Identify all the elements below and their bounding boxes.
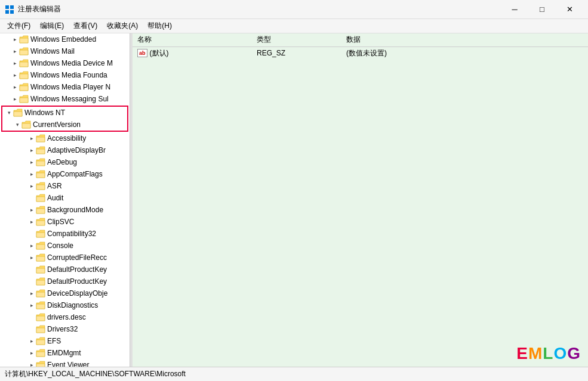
expand-arrow [11,71,19,79]
expand-arrow [27,182,36,190]
ab-icon: ab [137,49,147,57]
tree-label: CurrentVersion [33,120,81,129]
menu-file[interactable]: 文件(F) [2,20,35,32]
menu-edit[interactable]: 编辑(E) [35,20,69,32]
expand-arrow [11,47,19,55]
expand-arrow [27,349,36,357]
folder-icon [19,95,29,103]
expand-arrow [27,134,36,143]
expand-arrow [27,146,36,154]
folder-icon [19,35,29,44]
tree-label: Windows Mail [30,47,75,55]
window-controls: ─ □ ✕ [501,0,583,19]
tree-item-audit[interactable]: Audit [0,192,130,204]
tree-label: Windows Media Player N [30,83,110,91]
tree-item-event-viewer[interactable]: Event Viewer [0,359,130,367]
tree-label: DiskDiagnostics [47,301,98,309]
window-title: 注册表编辑器 [18,4,501,14]
expand-arrow [27,206,36,214]
registry-tree[interactable]: Windows Embedded Windows Mail Wind [0,33,130,367]
tree-item-efs[interactable]: EFS [0,335,130,347]
tree-label: drivers.desc [47,313,86,321]
tree-label: BackgroundMode [47,206,103,214]
value-type-cell: REG_SZ [252,47,341,60]
tree-label: ASR [47,182,62,190]
folder-icon [19,47,29,55]
tree-label: DeviceDisplayObje [47,289,107,298]
expand-arrow [11,35,19,44]
menu-view[interactable]: 查看(V) [69,20,102,32]
folder-icon [36,206,45,214]
tree-item-aedebug[interactable]: AeDebug [0,156,130,168]
tree-item-windows-mail[interactable]: Windows Mail [0,45,130,57]
col-header-name: 名称 [133,33,252,47]
tree-item-compatibility32[interactable]: Compatibility32 [0,228,130,240]
tree-label: Event Viewer [47,361,89,367]
tree-item-background-mode[interactable]: BackgroundMode [0,204,130,216]
folder-icon [36,230,45,238]
tree-item-device-display[interactable]: DeviceDisplayObje [0,287,130,299]
menu-help[interactable]: 帮助(H) [143,20,177,32]
tree-item-windows-media-device[interactable]: Windows Media Device M [0,57,130,69]
expand-arrow [27,170,36,178]
tree-label: Windows Media Founda [30,71,107,79]
tree-label: Compatibility32 [47,230,96,238]
folder-icon [36,265,45,274]
registry-values-panel: 名称 类型 数据 ab (默认) REG_SZ (数值未设置) [133,33,588,367]
expand-arrow-cv [13,120,21,129]
tree-item-windows-messaging[interactable]: Windows Messaging Sul [0,93,130,105]
tree-item-default-product-key2[interactable]: DefaultProductKey [0,275,130,287]
expand-arrow [27,241,36,250]
tree-item-accessibility[interactable]: Accessibility [0,132,130,144]
folder-icon [36,158,45,166]
svg-rect-2 [5,10,9,14]
tree-item-windows-nt[interactable]: Windows NT [2,107,127,119]
tree-item-adaptive-display[interactable]: AdaptiveDisplayBr [0,144,130,156]
tree-item-emdmgmt[interactable]: EMDMgmt [0,347,130,359]
tree-item-asr[interactable]: ASR [0,180,130,192]
expand-arrow-nt [5,109,13,117]
table-row[interactable]: ab (默认) REG_SZ (数值未设置) [133,47,588,60]
expand-arrow [11,95,19,103]
expand-arrow [27,289,36,298]
close-button[interactable]: ✕ [556,0,583,19]
tree-label: Windows Media Device M [30,59,113,67]
tree-label: EMDMgmt [47,349,81,357]
tree-item-console[interactable]: Console [0,240,130,252]
minimize-button[interactable]: ─ [501,0,528,19]
folder-icon [36,241,45,250]
tree-item-windows-media-founda[interactable]: Windows Media Founda [0,69,130,81]
tree-item-disk-diagnostics[interactable]: DiskDiagnostics [0,299,130,311]
expand-arrow [27,253,36,262]
tree-label: ClipSVC [47,218,74,226]
value-name: (默认) [150,48,169,58]
status-bar: 计算机\HKEY_LOCAL_MACHINE\SOFTWARE\Microsof… [0,367,588,381]
tree-item-appcompat-flags[interactable]: AppCompatFlags [0,168,130,180]
folder-icon-cv [21,120,31,129]
folder-icon [36,337,45,345]
maximize-button[interactable]: □ [528,0,556,19]
expand-arrow [27,361,36,367]
tree-item-corrupted-file[interactable]: CorruptedFileRecc [0,252,130,264]
tree-label: CorruptedFileRecc [47,253,107,262]
folder-icon [19,83,29,91]
tree-item-windows-media-player[interactable]: Windows Media Player N [0,81,130,93]
tree-label: DefaultProductKey [47,265,107,274]
folder-icon [36,182,45,190]
tree-item-drivers32[interactable]: Drivers32 [0,323,130,335]
expand-arrow [27,337,36,345]
tree-label: Console [47,241,73,250]
tree-item-current-version[interactable]: CurrentVersion [2,119,127,131]
tree-label: DefaultProductKey [47,277,107,286]
tree-item-default-product-key1[interactable]: DefaultProductKey [0,264,130,275]
tree-item-clipsvc[interactable]: ClipSVC [0,216,130,228]
folder-icon [19,59,29,67]
tree-item-drivers-desc[interactable]: drivers.desc [0,311,130,323]
folder-icon [36,349,45,357]
folder-icon [36,218,45,226]
registry-table: 名称 类型 数据 ab (默认) REG_SZ (数值未设置) [133,33,588,60]
title-bar: 注册表编辑器 ─ □ ✕ [0,0,588,19]
tree-item-windows-embedded[interactable]: Windows Embedded [0,33,130,45]
expand-arrow [27,158,36,166]
menu-favorites[interactable]: 收藏夹(A) [102,20,143,32]
